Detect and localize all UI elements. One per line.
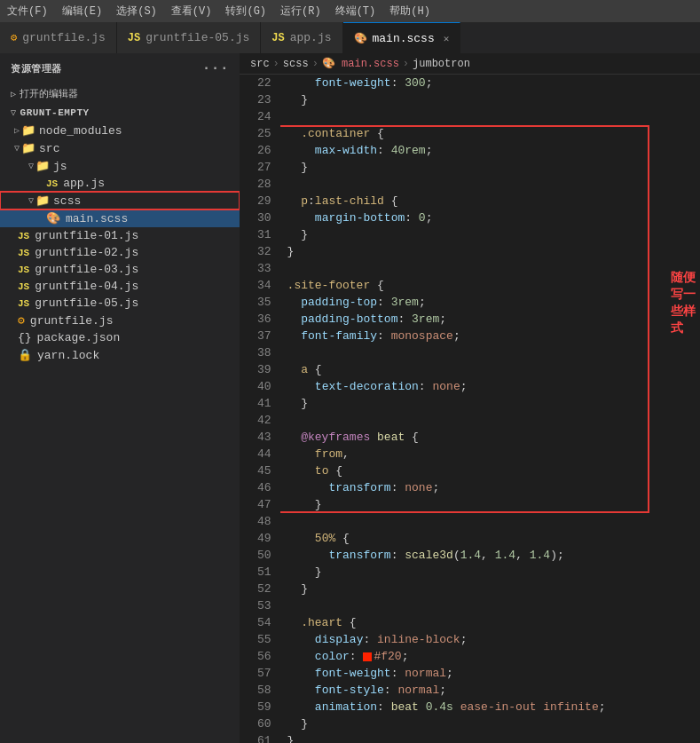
tree-item-label: gruntfile-05.js bbox=[35, 296, 138, 310]
code-line: } bbox=[287, 732, 693, 743]
tree-item-yarn-lock[interactable]: 🔒 yarn.lock bbox=[0, 346, 240, 364]
code-line: animation: beat 0.4s ease-in-out infinit… bbox=[287, 699, 693, 715]
code-line bbox=[287, 597, 693, 614]
code-line: } bbox=[287, 395, 693, 412]
code-line: } bbox=[287, 159, 693, 176]
tree-item-gruntfile-03[interactable]: JS gruntfile-03.js bbox=[0, 261, 240, 278]
open-editors-section[interactable]: ▷ 打开的编辑器 bbox=[0, 83, 240, 104]
breadcrumb-sep1: › bbox=[273, 58, 279, 70]
breadcrumb-scss: scss bbox=[283, 58, 309, 70]
breadcrumb-src: src bbox=[250, 58, 270, 70]
tab-label: gruntfile-05.js bbox=[146, 31, 249, 44]
scss-file-icon: 🎨 bbox=[46, 211, 60, 225]
menu-goto[interactable]: 转到(G) bbox=[225, 4, 266, 19]
js-file-icon: JS bbox=[46, 178, 58, 189]
breadcrumb-sep2: › bbox=[312, 58, 319, 70]
code-line: font-style: normal; bbox=[287, 682, 693, 699]
code-line: color: #f20; bbox=[287, 648, 693, 665]
code-line: transform: scale3d(1.4, 1.4, 1.4); bbox=[287, 547, 693, 564]
menu-terminal[interactable]: 终端(T) bbox=[335, 4, 376, 19]
js-file-icon: JS bbox=[18, 298, 29, 309]
grunt-file-icon: ⚙ bbox=[18, 313, 25, 328]
code-editor[interactable]: 2223242526 2728293031 3233343536 3738394… bbox=[240, 75, 700, 743]
tree-item-gruntfile-05[interactable]: JS gruntfile-05.js bbox=[0, 295, 240, 312]
folder-icon: 📁 bbox=[35, 194, 50, 208]
code-line: } bbox=[287, 91, 693, 108]
grunt-icon: ⚙ bbox=[11, 31, 17, 44]
tab-gruntfile-05-js[interactable]: JS gruntfile-05.js bbox=[117, 22, 261, 53]
folder-arrow-icon: ▽ bbox=[28, 195, 34, 206]
main-area: 资源管理器 ··· ▷ 打开的编辑器 ▽ GRUNT-EMPTY ▷ 📁 nod… bbox=[0, 53, 700, 743]
tree-item-label: gruntfile-01.js bbox=[35, 229, 138, 242]
code-line: @keyframes beat { bbox=[287, 429, 693, 446]
menu-edit[interactable]: 编辑(E) bbox=[62, 4, 103, 19]
tree-item-label: gruntfile-02.js bbox=[35, 246, 138, 259]
pkg-file-icon: {} bbox=[18, 331, 32, 344]
code-line: font-weight: normal; bbox=[287, 665, 693, 682]
tab-main-scss[interactable]: 🎨 main.scss ✕ bbox=[343, 22, 461, 53]
tree-item-gruntfile-04[interactable]: JS gruntfile-04.js bbox=[0, 278, 240, 295]
tab-gruntfile-js[interactable]: ⚙ gruntfile.js bbox=[0, 22, 117, 53]
menu-help[interactable]: 帮助(H) bbox=[389, 4, 430, 19]
js-icon: JS bbox=[128, 32, 140, 44]
tab-bar: ⚙ gruntfile.js JS gruntfile-05.js JS app… bbox=[0, 22, 700, 53]
tree-item-gruntfile[interactable]: ⚙ gruntfile.js bbox=[0, 312, 240, 329]
code-line bbox=[287, 513, 693, 530]
chevron-down-icon: ▽ bbox=[11, 107, 17, 118]
code-line: } bbox=[287, 496, 693, 513]
code-line: } bbox=[287, 564, 693, 581]
code-line: padding-bottom: 3rem; bbox=[287, 311, 693, 328]
tree-item-package-json[interactable]: {} package.json bbox=[0, 329, 240, 346]
code-line: a { bbox=[287, 361, 693, 378]
tab-app-js[interactable]: JS app.js bbox=[261, 22, 342, 53]
tree-item-main-scss[interactable]: 🎨 main.scss bbox=[0, 209, 240, 227]
tree-item-label: yarn.lock bbox=[37, 349, 99, 362]
code-line: padding-top: 3rem; bbox=[287, 294, 693, 311]
tree-item-label: gruntfile-03.js bbox=[35, 263, 138, 276]
tree-item-label: gruntfile-04.js bbox=[35, 280, 138, 293]
code-line: p:last-child { bbox=[287, 193, 693, 209]
tree-item-gruntfile-01[interactable]: JS gruntfile-01.js bbox=[0, 227, 240, 244]
breadcrumb: src › scss › 🎨 main.scss › jumbotron bbox=[240, 53, 700, 75]
code-line: font-family: monospace; bbox=[287, 328, 693, 344]
code-line: font-weight: 300; bbox=[287, 75, 693, 91]
code-line bbox=[287, 344, 693, 361]
folder-arrow-icon: ▷ bbox=[14, 125, 20, 136]
project-section[interactable]: ▽ GRUNT-EMPTY bbox=[0, 104, 240, 122]
sidebar: 资源管理器 ··· ▷ 打开的编辑器 ▽ GRUNT-EMPTY ▷ 📁 nod… bbox=[0, 53, 240, 743]
tree-item-js-folder[interactable]: ▽ 📁 js bbox=[0, 157, 240, 175]
breadcrumb-main-scss: 🎨 main.scss bbox=[322, 57, 399, 70]
code-line bbox=[287, 108, 693, 125]
chevron-right-icon: ▷ bbox=[11, 89, 16, 99]
js-icon: JS bbox=[271, 32, 284, 44]
code-line: } bbox=[287, 243, 693, 260]
tab-label: app.js bbox=[290, 31, 332, 44]
tree-item-app-js[interactable]: JS app.js bbox=[0, 175, 240, 192]
js-file-icon: JS bbox=[18, 231, 29, 241]
tree-item-scss-folder[interactable]: ▽ 📁 scss bbox=[0, 192, 240, 209]
code-line: .site-footer { bbox=[287, 277, 693, 294]
code-line: text-decoration: none; bbox=[287, 378, 693, 395]
menu-bar[interactable]: 文件(F) 编辑(E) 选择(S) 查看(V) 转到(G) 运行(R) 终端(T… bbox=[0, 0, 700, 22]
sidebar-header: 资源管理器 ··· bbox=[0, 53, 240, 83]
code-line: .heart { bbox=[287, 614, 693, 631]
code-line: max-width: 40rem; bbox=[287, 142, 693, 159]
menu-select[interactable]: 选择(S) bbox=[116, 4, 157, 19]
tree-item-label: node_modules bbox=[39, 124, 122, 138]
code-line: 50% { bbox=[287, 530, 693, 547]
folder-icon: 📁 bbox=[35, 159, 50, 173]
file-tree: ▷ 📁 node_modules ▽ 📁 src ▽ 📁 js JS app.j… bbox=[0, 122, 240, 743]
tree-item-node-modules[interactable]: ▷ 📁 node_modules bbox=[0, 122, 240, 139]
tree-item-src[interactable]: ▽ 📁 src bbox=[0, 139, 240, 157]
code-line: .container { bbox=[287, 125, 693, 142]
folder-arrow-icon: ▽ bbox=[14, 143, 20, 154]
menu-view[interactable]: 查看(V) bbox=[171, 4, 212, 19]
sidebar-dots-icon[interactable]: ··· bbox=[202, 60, 229, 76]
editor-area: src › scss › 🎨 main.scss › jumbotron 222… bbox=[240, 53, 700, 743]
menu-run[interactable]: 运行(R) bbox=[280, 4, 321, 19]
menu-file[interactable]: 文件(F) bbox=[7, 4, 48, 19]
tree-item-gruntfile-02[interactable]: JS gruntfile-02.js bbox=[0, 244, 240, 261]
sidebar-title: 资源管理器 bbox=[11, 62, 62, 75]
close-icon[interactable]: ✕ bbox=[444, 33, 450, 44]
tab-label: gruntfile.js bbox=[22, 31, 106, 44]
